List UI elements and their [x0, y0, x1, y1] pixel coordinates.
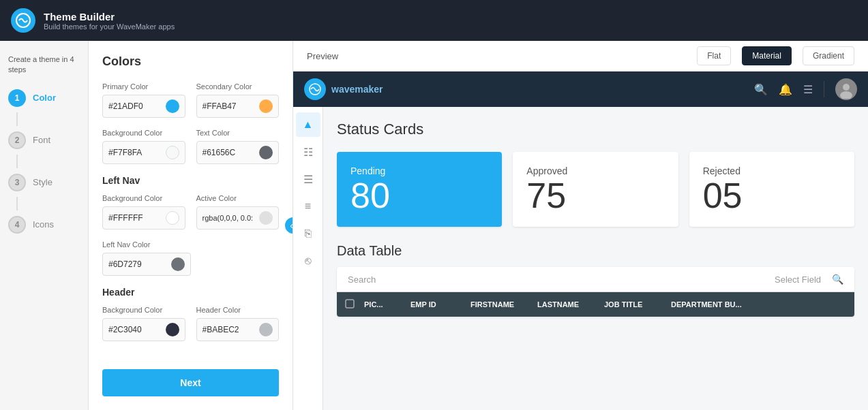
text-color-swatch: [259, 146, 273, 159]
user-avatar[interactable]: [835, 78, 857, 100]
secondary-color-field: Secondary Color: [196, 82, 280, 118]
step-connector-3: [16, 197, 18, 210]
header-bg-label: Background Color: [102, 306, 185, 314]
header-section-title: Header: [102, 287, 279, 298]
col-firstname: FIRSTNAME: [470, 300, 532, 309]
select-field[interactable]: Select Field: [775, 274, 821, 285]
header-color-label: Header Color: [196, 306, 280, 314]
data-table-toolbar: Search Select Field 🔍: [337, 267, 854, 292]
app-title: Theme Builder: [44, 11, 175, 22]
primary-color-input[interactable]: [108, 101, 162, 111]
step-connector-1: [16, 112, 18, 126]
pending-label: Pending: [350, 165, 488, 176]
leftnav-color-row: Left Nav Color: [102, 240, 279, 276]
leftnav-color-input[interactable]: [108, 259, 167, 269]
leftnav-active-field: Active Color: [196, 194, 280, 230]
leftnav-active-input-wrap[interactable]: [196, 206, 280, 230]
status-cards: Pending 80 Approved 75 Rejected 05: [337, 152, 854, 227]
header-divider: [824, 81, 824, 97]
step-3-label: Style: [33, 177, 53, 187]
text-color-input-wrap[interactable]: [196, 141, 280, 164]
rejected-label: Rejected: [703, 165, 841, 176]
app-sidebar: ▲ ☷ ☰ ≡ ⎘ ⎋: [293, 107, 323, 410]
step-3[interactable]: 3 Style: [8, 174, 80, 191]
leftnav-bg-input[interactable]: [108, 213, 162, 223]
secondary-color-label: Secondary Color: [196, 82, 280, 91]
topbar-title: Theme Builder Build themes for your Wave…: [44, 11, 175, 31]
secondary-color-input[interactable]: [203, 101, 256, 111]
step-4[interactable]: 4 Icons: [8, 216, 80, 234]
leftnav-bg-input-wrap[interactable]: [102, 206, 185, 230]
header-bg-input[interactable]: [108, 325, 162, 334]
app-header-logo: wavemaker: [304, 78, 383, 100]
svg-point-2: [843, 84, 850, 91]
settings-icon[interactable]: ☰: [803, 83, 813, 96]
sidebar-image-icon[interactable]: ⎘: [296, 221, 320, 246]
header-color-input[interactable]: [203, 325, 256, 334]
steps-panel: Create a theme in 4 steps 1 Color 2 Font…: [0, 41, 89, 410]
data-table-header: PIC... EMP ID FIRSTNAME LASTNAME JOB TIT…: [337, 292, 854, 317]
app-logo-icon: [304, 78, 326, 100]
step-1-label: Color: [33, 93, 56, 103]
bg-color-label: Background Color: [102, 129, 185, 137]
search-icon[interactable]: 🔍: [754, 83, 768, 96]
sidebar-grid-icon[interactable]: ☷: [296, 140, 320, 164]
header-bg-input-wrap[interactable]: [102, 318, 185, 341]
table-search-icon[interactable]: 🔍: [832, 274, 843, 285]
bg-color-input[interactable]: [108, 148, 162, 157]
approved-card: Approved 75: [513, 152, 678, 227]
svg-point-3: [840, 91, 852, 99]
app-main: Status Cards Pending 80 Approved 75 Reje…: [323, 107, 868, 410]
secondary-color-swatch: [259, 99, 273, 113]
preview-material-btn[interactable]: Material: [742, 46, 792, 65]
leftnav-active-input[interactable]: [203, 214, 256, 222]
preview-flat-btn[interactable]: Flat: [697, 46, 731, 65]
bg-color-field: Background Color: [102, 129, 185, 164]
bell-icon[interactable]: 🔔: [779, 83, 792, 96]
leftnav-active-swatch: [259, 211, 273, 225]
leftnav-bg-label: Background Color: [102, 194, 185, 202]
step-2[interactable]: 2 Font: [8, 131, 80, 149]
preview-topbar: Preview Flat Material Gradient: [293, 41, 868, 72]
next-button[interactable]: Next: [102, 369, 279, 396]
preview-area: Preview Flat Material Gradient wavemaker: [293, 41, 868, 410]
header-color-swatch: [259, 323, 273, 336]
text-color-label: Text Color: [196, 129, 280, 137]
sidebar-list2-icon[interactable]: ≡: [296, 194, 320, 219]
sidebar-tag-icon[interactable]: ⎋: [296, 249, 320, 273]
colors-panel: Colors Primary Color Secondary Color: [89, 41, 293, 410]
col-jobtitle: JOB TITLE: [604, 300, 665, 309]
leftnav-color-input-wrap[interactable]: [102, 253, 191, 276]
collapse-button[interactable]: ‹‹: [284, 216, 293, 235]
rejected-value: 05: [703, 178, 841, 213]
primary-color-input-wrap[interactable]: [102, 95, 185, 118]
leftnav-active-label: Active Color: [196, 194, 280, 202]
topbar: Theme Builder Build themes for your Wave…: [0, 0, 868, 41]
rejected-card: Rejected 05: [689, 152, 854, 227]
app-preview: wavemaker 🔍 🔔 ☰ ▲ ☷: [293, 72, 868, 410]
app-subtitle: Build themes for your WaveMaker apps: [44, 22, 175, 31]
col-lastname: LASTNAME: [537, 300, 599, 309]
preview-label: Preview: [307, 51, 338, 61]
col-empid: EMP ID: [410, 300, 465, 309]
app-brand: wavemaker: [331, 84, 383, 95]
text-color-input[interactable]: [203, 148, 256, 157]
step-1[interactable]: 1 Color: [8, 89, 80, 107]
preview-gradient-btn[interactable]: Gradient: [803, 46, 854, 65]
app-header: wavemaker 🔍 🔔 ☰: [293, 72, 868, 107]
svg-rect-4: [346, 300, 354, 308]
step-1-circle: 1: [8, 89, 26, 107]
pending-card: Pending 80: [337, 152, 502, 227]
bg-color-input-wrap[interactable]: [102, 141, 185, 164]
app-content: ▲ ☷ ☰ ≡ ⎘ ⎋ Status Cards Pending 80: [293, 107, 868, 410]
leftnav-bg-active-row: Background Color Active Color: [102, 194, 279, 230]
data-table-container: Search Select Field 🔍 PIC... EMP ID FIRS…: [337, 267, 854, 317]
step-4-label: Icons: [33, 219, 54, 230]
search-placeholder[interactable]: Search: [348, 274, 764, 285]
secondary-color-input-wrap[interactable]: [196, 95, 280, 118]
sidebar-list-icon[interactable]: ☰: [296, 167, 320, 191]
primary-color-label: Primary Color: [102, 82, 185, 91]
leftnav-bg-swatch: [166, 211, 179, 225]
header-color-input-wrap[interactable]: [196, 318, 280, 341]
sidebar-chart-icon[interactable]: ▲: [296, 112, 320, 137]
